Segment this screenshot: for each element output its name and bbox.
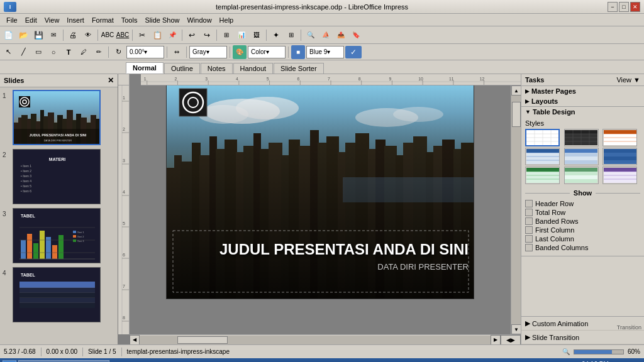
menu-insert[interactable]: Insert [63, 15, 88, 25]
scroll-track-v[interactable] [511, 96, 521, 324]
tab-normal[interactable]: Normal [126, 62, 164, 74]
menu-help[interactable]: Help [216, 15, 238, 25]
style-item-purple[interactable] [602, 167, 637, 184]
scroll-left-button[interactable]: ◀ [130, 335, 140, 345]
nav-button[interactable]: ⛵ [319, 28, 333, 42]
style-item-blue2[interactable] [564, 148, 599, 165]
scroll-down-button[interactable]: ▼ [511, 324, 521, 334]
menu-tools[interactable]: Tools [118, 15, 142, 25]
slide-thumb-3[interactable]: 3 TABEL [3, 208, 115, 263]
text-tool[interactable]: T [62, 45, 75, 59]
spellcheck2-button[interactable]: ABC [116, 28, 130, 42]
scroll-track-h[interactable] [140, 336, 491, 344]
fill-color[interactable]: ■ [291, 45, 305, 59]
minimize-button[interactable]: − [608, 2, 618, 12]
table-button[interactable]: ⊞ [219, 28, 233, 42]
table-design-section-header[interactable]: ▼ Table Design [521, 107, 644, 117]
slide-transition-item[interactable]: ▶ Slide Transition [521, 331, 644, 344]
view-button[interactable]: View ▼ [616, 76, 640, 84]
close-button[interactable]: ✕ [630, 2, 640, 12]
header-row-checkbox[interactable] [525, 200, 533, 207]
slide-img-2[interactable]: MATERI • Item 1 • Item 2 • Item 3 • Item… [13, 149, 101, 204]
cut-button[interactable]: ✂ [135, 28, 149, 42]
chart-button[interactable]: 📊 [235, 28, 248, 42]
zoom-button[interactable]: 🔍 [304, 28, 318, 42]
maximize-button[interactable]: □ [619, 2, 629, 12]
open-button[interactable]: 📂 [16, 28, 30, 42]
new-button[interactable]: 📄 [1, 28, 15, 42]
freehand-tool[interactable]: ✏ [92, 45, 106, 59]
menu-file[interactable]: File [3, 15, 21, 25]
slide-num-2: 2 [3, 151, 13, 158]
export2-button[interactable]: 🔖 [349, 28, 363, 42]
menu-edit[interactable]: Edit [21, 15, 41, 25]
master-pages-section[interactable]: ▶ Master Pages [521, 86, 644, 96]
slide-canvas-area[interactable]: JUDUL PRESENTASI ANDA DI SINI DATA DIRI … [130, 85, 511, 334]
banded-rows-checkbox[interactable] [525, 217, 533, 225]
tab-handout[interactable]: Handout [233, 63, 274, 74]
tab-notes[interactable]: Notes [201, 63, 233, 74]
color-mode-dropdown[interactable]: Color▾ [248, 46, 286, 58]
view-toggle-h[interactable]: ◀▶ [501, 335, 521, 345]
menu-view[interactable]: View [41, 15, 64, 25]
select-tool[interactable]: ↖ [1, 45, 15, 59]
print-button[interactable]: 🖨 [66, 28, 80, 42]
redo-button[interactable]: ↪ [200, 28, 214, 42]
preview-button[interactable]: 👁 [81, 28, 95, 42]
accept-btn[interactable]: ✓ [345, 46, 362, 58]
style-item-blue[interactable] [525, 148, 560, 165]
line-tool[interactable]: ╱ [16, 45, 30, 59]
menu-window[interactable]: Window [183, 15, 215, 25]
slides-panel-close[interactable]: ✕ [108, 76, 114, 85]
rect-tool[interactable]: ▭ [31, 45, 45, 59]
image-button[interactable]: 🖼 [250, 28, 264, 42]
scroll-thumb-v[interactable] [512, 102, 521, 127]
flip-h-tool[interactable]: ⇔ [170, 45, 184, 59]
paste-button[interactable]: 📌 [165, 28, 179, 42]
slides-list[interactable]: 1 [0, 87, 118, 344]
menu-slideshow[interactable]: Slide Show [141, 15, 183, 25]
slide-img-3[interactable]: TABEL [13, 208, 101, 263]
last-column-checkbox[interactable] [525, 235, 533, 243]
grid-button[interactable]: ⊞ [284, 28, 298, 42]
scroll-thumb-h[interactable] [177, 336, 228, 344]
snap-button[interactable]: ✦ [269, 28, 283, 42]
export-button[interactable]: 📤 [334, 28, 348, 42]
slide-img-4[interactable]: TABEL [13, 267, 101, 322]
layouts-section[interactable]: ▶ Layouts [521, 96, 644, 106]
horizontal-scrollbar[interactable]: ◀ ▶ ◀▶ [130, 334, 521, 344]
spellcheck-button[interactable]: ABC [101, 28, 114, 42]
banded-columns-checkbox[interactable] [525, 244, 533, 251]
email-button[interactable]: ✉ [47, 28, 60, 42]
style-item-blue3[interactable] [602, 148, 637, 165]
scroll-right-button[interactable]: ▶ [491, 335, 501, 345]
copy-button[interactable]: 📋 [150, 28, 164, 42]
scroll-up-button[interactable]: ▲ [511, 85, 521, 96]
slide-thumb-1[interactable]: 1 [3, 90, 115, 145]
tab-outline[interactable]: Outline [164, 63, 200, 74]
menu-format[interactable]: Format [88, 15, 118, 25]
total-row-checkbox[interactable] [525, 209, 533, 216]
circle-tool[interactable]: ○ [47, 45, 60, 59]
slide-img-1[interactable]: JUDUL PRESENTASI ANDA DI SINI DATA DIRI … [13, 90, 101, 145]
svg-text:• Item 3: • Item 3 [21, 174, 31, 178]
slide-thumb-4[interactable]: 4 TABEL [3, 267, 115, 322]
angle-dropdown[interactable]: 0.00°▾ [126, 46, 164, 58]
bezier-tool[interactable]: 🖊 [77, 45, 91, 59]
style-item-green[interactable] [525, 167, 560, 184]
color1-dropdown[interactable]: Gray▾ [189, 46, 227, 58]
vertical-scrollbar[interactable]: ▲ ▼ [511, 85, 521, 334]
style-item-dark[interactable] [564, 129, 599, 146]
undo-button[interactable]: ↩ [185, 28, 199, 42]
zoom-slider[interactable] [574, 349, 624, 354]
tab-slide-sorter[interactable]: Slide Sorter [274, 63, 323, 74]
color-picker[interactable]: 🎨 [233, 45, 247, 59]
save-button[interactable]: 💾 [31, 28, 45, 42]
first-column-checkbox[interactable] [525, 226, 533, 234]
color2-dropdown[interactable]: Blue 9▾ [306, 46, 344, 58]
style-item-green2[interactable] [564, 167, 599, 184]
rotate-tool[interactable]: ↻ [111, 45, 125, 59]
style-item-plain[interactable] [525, 129, 560, 146]
style-item-orange[interactable] [602, 129, 637, 146]
slide-thumb-2[interactable]: 2 MATERI • Item 1 • Item 2 • Item 3 • It… [3, 149, 115, 204]
